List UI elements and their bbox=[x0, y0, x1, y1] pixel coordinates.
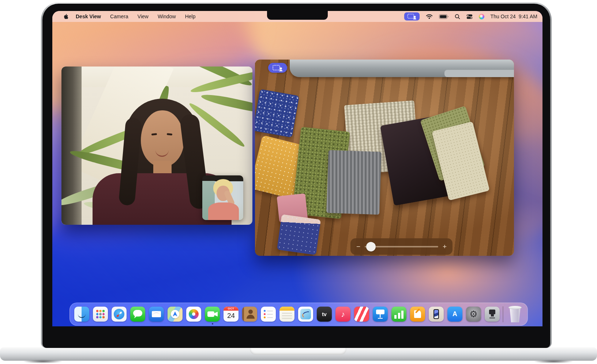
macbook-foot-shadow bbox=[23, 360, 63, 363]
dock-numbers-icon[interactable] bbox=[391, 307, 406, 322]
dock-music-icon[interactable]: ♪ bbox=[335, 307, 350, 322]
blue-cube bbox=[277, 214, 321, 255]
music-glyph: ♪ bbox=[335, 307, 350, 322]
dock-reminders-icon[interactable] bbox=[261, 307, 276, 322]
dock-iphone-mirroring-icon[interactable] bbox=[429, 307, 444, 322]
remote-participant-face bbox=[141, 110, 184, 167]
macbook-base bbox=[0, 347, 597, 361]
desk-view-zoom-slider: − + bbox=[350, 238, 453, 255]
dock-mail-icon[interactable] bbox=[149, 307, 164, 322]
siri-icon[interactable] bbox=[479, 14, 484, 19]
apple-menu[interactable] bbox=[63, 14, 68, 19]
dock-appstore-icon[interactable]: A bbox=[447, 307, 462, 322]
dock-divider bbox=[503, 306, 503, 322]
dock-maps-icon[interactable] bbox=[168, 307, 183, 322]
dock-photos-icon[interactable] bbox=[186, 307, 201, 322]
macbook-foot-shadow bbox=[533, 360, 574, 363]
dock-appletv-icon[interactable]: tv bbox=[317, 307, 332, 322]
desk-view-window[interactable]: − + bbox=[255, 60, 514, 256]
camera-notch bbox=[267, 11, 328, 20]
apple-logo-icon bbox=[63, 14, 68, 19]
battery-icon[interactable] bbox=[439, 14, 448, 19]
zoom-in-button[interactable]: + bbox=[443, 243, 447, 250]
dock-keynote-icon[interactable] bbox=[373, 307, 388, 322]
zoom-out-button[interactable]: − bbox=[356, 243, 360, 250]
dock: OCT24tv♪A⚙ bbox=[70, 303, 528, 326]
menu-bar-clock[interactable]: Thu Oct 24 9:41 AM bbox=[491, 14, 537, 19]
dock-finder-icon[interactable] bbox=[74, 307, 89, 322]
running-indicator bbox=[212, 323, 213, 325]
macbook-product-shot: Desk ViewCameraViewWindowHelp bbox=[0, 0, 597, 364]
menu-desk-view[interactable]: Desk View bbox=[76, 14, 101, 19]
dock-apps: OCT24tv♪A⚙ bbox=[74, 307, 500, 322]
dock-pages-icon[interactable] bbox=[410, 307, 425, 322]
self-view-person bbox=[208, 202, 239, 220]
macbook-top-edge-in-view bbox=[290, 60, 514, 77]
dock-facetime-icon[interactable] bbox=[205, 307, 220, 322]
zoom-slider-track[interactable] bbox=[365, 246, 438, 247]
menu-camera[interactable]: Camera bbox=[110, 14, 128, 19]
dock-launchpad-icon[interactable] bbox=[93, 307, 108, 322]
desk-view-sharing-badge-icon[interactable] bbox=[268, 63, 287, 73]
calendar-day-label: 24 bbox=[227, 311, 235, 321]
menu-window[interactable]: Window bbox=[158, 14, 176, 19]
dock-contacts-icon[interactable] bbox=[242, 307, 257, 322]
settings-glyph: ⚙ bbox=[466, 307, 481, 322]
dock-messages-icon[interactable] bbox=[130, 307, 145, 322]
screen: Desk ViewCameraViewWindowHelp bbox=[52, 11, 542, 326]
wifi-icon[interactable] bbox=[426, 14, 433, 19]
dock-screen-sharing-icon[interactable] bbox=[485, 307, 500, 322]
appletv-glyph: tv bbox=[317, 307, 332, 322]
dock-freeform-icon[interactable] bbox=[298, 307, 313, 322]
dock-notes-icon[interactable] bbox=[279, 307, 294, 322]
app-menus: Desk ViewCameraViewWindowHelp bbox=[76, 14, 196, 19]
self-view-pip[interactable] bbox=[202, 175, 243, 220]
dock-news-icon[interactable] bbox=[354, 307, 369, 322]
dock-settings-icon[interactable]: ⚙ bbox=[466, 307, 481, 322]
dock-calendar-icon[interactable]: OCT24 bbox=[224, 307, 239, 322]
menu-view[interactable]: View bbox=[138, 14, 149, 19]
status-area: Thu Oct 24 9:41 AM bbox=[404, 12, 537, 20]
menu-help[interactable]: Help bbox=[185, 14, 196, 19]
control-center-icon[interactable] bbox=[466, 14, 473, 19]
spotlight-search-icon[interactable] bbox=[455, 14, 460, 19]
facetime-window[interactable] bbox=[61, 67, 252, 225]
blue-terrazzo-block bbox=[255, 89, 299, 137]
zoom-slider-knob[interactable] bbox=[366, 242, 376, 251]
palm-leaf bbox=[200, 92, 252, 115]
dock-safari-icon[interactable] bbox=[112, 307, 127, 322]
appstore-glyph: A bbox=[447, 307, 462, 322]
screen-sharing-badge-icon[interactable] bbox=[404, 12, 420, 20]
macbook-lid-groove bbox=[250, 347, 346, 355]
gray-ribbed-fabric-swatch bbox=[326, 150, 382, 215]
calendar-month-label: OCT bbox=[224, 307, 239, 311]
dock-trash-icon[interactable] bbox=[508, 306, 522, 322]
